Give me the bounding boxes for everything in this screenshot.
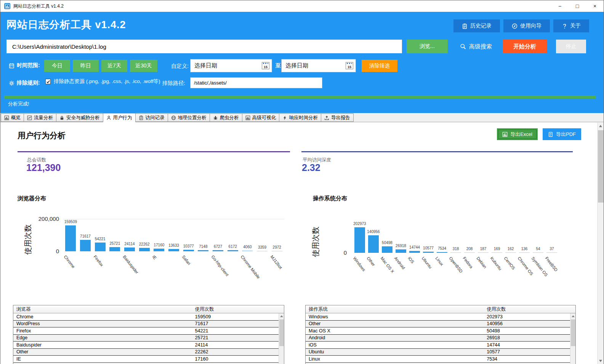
- table-row[interactable]: Windows202973: [306, 313, 575, 321]
- tab-8-bolt[interactable]: 响应时间分析: [279, 113, 321, 122]
- chart-bar[interactable]: [272, 251, 282, 251]
- table-row[interactable]: Linux7534: [306, 356, 575, 363]
- scroll-down-arrow-icon[interactable]: [599, 360, 602, 362]
- maximize-button[interactable]: □: [569, 0, 586, 12]
- stop-button[interactable]: 停止: [556, 40, 586, 53]
- chart-bar[interactable]: [228, 250, 238, 251]
- export-pdf-button[interactable]: 导出PDF: [543, 128, 581, 140]
- chart-bar[interactable]: [437, 252, 447, 253]
- page-scrollbar[interactable]: [597, 123, 604, 364]
- quick-range-button-1[interactable]: 昨日: [73, 60, 99, 72]
- chart-bar[interactable]: [354, 227, 365, 253]
- chart-bar[interactable]: [396, 249, 406, 253]
- browse-button[interactable]: 浏览...: [407, 40, 448, 53]
- chart-bar[interactable]: [80, 240, 91, 251]
- chart-bar[interactable]: [368, 235, 379, 253]
- tab-0-chart-bar[interactable]: 概览: [1, 113, 24, 122]
- chart-bar[interactable]: [546, 252, 557, 253]
- table-column-header[interactable]: 浏览器: [13, 305, 192, 313]
- table-row[interactable]: Chrome159509: [13, 313, 284, 321]
- chart-bar[interactable]: [257, 251, 268, 251]
- guide-button[interactable]: 使用向导: [503, 19, 550, 32]
- table-scrollbar[interactable]: [279, 313, 284, 364]
- start-analysis-button[interactable]: 开始分析: [503, 40, 547, 53]
- x-axis-tick-label: Mac OS X: [380, 256, 395, 274]
- tab-4-clipboard[interactable]: 访问记录: [135, 113, 168, 122]
- chart-bar[interactable]: [65, 225, 76, 251]
- clear-filter-button[interactable]: 清除筛选: [362, 60, 397, 72]
- chart-bar[interactable]: [409, 251, 420, 253]
- scrollbar-thumb[interactable]: [279, 319, 284, 346]
- table-row[interactable]: Android26918: [306, 335, 575, 342]
- table-row[interactable]: Other22262: [13, 349, 284, 356]
- table-cell: IE: [13, 356, 192, 362]
- minimize-button[interactable]: −: [551, 0, 569, 12]
- chart-bar[interactable]: [124, 247, 135, 251]
- excel-icon: [502, 132, 508, 137]
- chart-bar[interactable]: [519, 252, 530, 253]
- chart-bar[interactable]: [492, 252, 502, 253]
- chart-bar[interactable]: [168, 249, 179, 251]
- table-row[interactable]: Edge25721: [13, 335, 284, 342]
- table-row[interactable]: Ubuntu10577: [306, 349, 575, 356]
- history-button[interactable]: 历史记录: [453, 19, 500, 32]
- table-cell: Ubuntu: [306, 349, 484, 356]
- tab-2-lock[interactable]: 安全与威胁分析: [56, 113, 103, 122]
- table-row[interactable]: IE17160: [13, 356, 284, 363]
- exclude-static-checkbox[interactable]: [45, 79, 51, 84]
- date-from-input[interactable]: 选择日期 15: [190, 59, 272, 72]
- chart-bar[interactable]: [213, 250, 223, 251]
- scrollbar-thumb[interactable]: [571, 319, 575, 346]
- chart-bar[interactable]: [183, 250, 194, 251]
- tab-7-chart-bar[interactable]: 高级可视化: [242, 113, 280, 122]
- date-picker-icon[interactable]: 15: [346, 62, 353, 69]
- chart-bar[interactable]: [464, 252, 475, 253]
- table-scrollbar[interactable]: [570, 313, 575, 364]
- table-row[interactable]: Mac OS X50498: [306, 327, 575, 335]
- table-row[interactable]: WordPress71617: [13, 321, 284, 328]
- scroll-up-arrow-icon[interactable]: [599, 125, 602, 127]
- export-excel-button[interactable]: 导出Excel: [497, 128, 538, 140]
- table-column-header[interactable]: 使用次数: [192, 305, 284, 313]
- x-axis-tick-label: Android: [394, 256, 406, 270]
- chart-bar[interactable]: [154, 249, 164, 251]
- tab-5-globe[interactable]: 地理位置分析: [168, 113, 210, 122]
- chart-bar[interactable]: [533, 252, 543, 253]
- table-row[interactable]: Firefox54221: [13, 327, 284, 335]
- avg-depth-value: 2.32: [302, 162, 320, 173]
- chart-bar[interactable]: [139, 248, 150, 252]
- date-to-input[interactable]: 选择日期 15: [281, 59, 356, 72]
- exclude-path-input[interactable]: [190, 77, 322, 88]
- table-column-header[interactable]: 操作系统: [306, 305, 484, 313]
- chart-bar[interactable]: [505, 252, 516, 253]
- close-button[interactable]: ×: [586, 0, 604, 12]
- tab-6-bug[interactable]: 爬虫分析: [210, 113, 242, 122]
- log-file-path-input[interactable]: [6, 40, 402, 53]
- chart-bar[interactable]: [423, 252, 434, 253]
- chart-bar[interactable]: [198, 250, 208, 251]
- chart-bar[interactable]: [109, 247, 120, 251]
- chart-bar[interactable]: [478, 252, 489, 253]
- date-picker-icon[interactable]: 15: [262, 62, 269, 69]
- advanced-search-button[interactable]: 高级搜索: [456, 40, 496, 53]
- chart-bar[interactable]: [382, 246, 393, 253]
- plot-area: 2029731409565049826918147441057775343182…: [353, 193, 559, 253]
- table-row[interactable]: Baiduspider24114: [13, 342, 284, 349]
- chart-bar[interactable]: [95, 243, 106, 251]
- chart-bar[interactable]: [242, 251, 253, 251]
- scroll-up-arrow-icon[interactable]: [280, 315, 283, 317]
- scroll-up-arrow-icon[interactable]: [572, 315, 575, 317]
- tab-1-chart-line[interactable]: 流量分析: [24, 113, 56, 122]
- about-button[interactable]: 关于: [553, 19, 589, 32]
- quick-range-button-3[interactable]: 近30天: [130, 60, 157, 72]
- tab-9-export[interactable]: 导出报告: [321, 113, 354, 122]
- chart-bar[interactable]: [450, 252, 461, 253]
- table-header-row: 浏览器使用次数: [13, 305, 284, 313]
- tab-3-user[interactable]: 用户行为: [103, 113, 136, 122]
- table-row[interactable]: Other140956: [306, 321, 575, 328]
- scrollbar-thumb[interactable]: [598, 130, 604, 203]
- table-row[interactable]: iOS14744: [306, 342, 575, 349]
- quick-range-button-0[interactable]: 今日: [44, 60, 70, 72]
- quick-range-button-2[interactable]: 近7天: [101, 60, 127, 72]
- table-column-header[interactable]: 使用次数: [484, 305, 575, 313]
